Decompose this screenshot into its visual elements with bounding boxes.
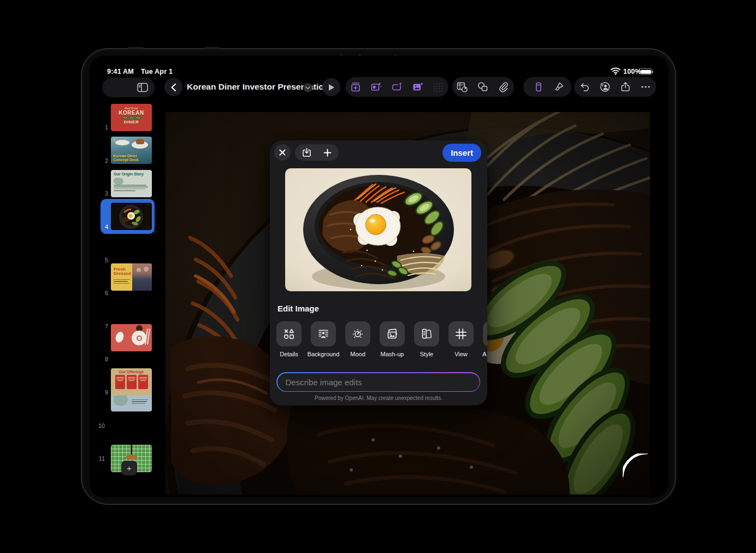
volume-button bbox=[204, 47, 220, 49]
prompt-input-border bbox=[276, 372, 480, 392]
add-text-box-button[interactable] bbox=[371, 81, 382, 92]
attachment-button[interactable] bbox=[498, 81, 509, 92]
tool-label-view: View bbox=[444, 351, 479, 357]
share-button[interactable] bbox=[620, 81, 631, 92]
play-icon bbox=[328, 84, 335, 91]
tool-mood-button[interactable] bbox=[345, 321, 370, 346]
slide-number: 5 bbox=[94, 257, 108, 263]
status-time: 9:41 AM bbox=[107, 68, 134, 75]
slide-number: 1 bbox=[94, 124, 108, 131]
tool-partial-button[interactable] bbox=[483, 321, 487, 346]
thumb-text: Our Origin Story bbox=[114, 172, 149, 176]
details-icon bbox=[282, 327, 296, 340]
thumb-text: Concept Deck bbox=[113, 158, 139, 162]
shapes-button[interactable] bbox=[477, 81, 488, 92]
slide-number: 7 bbox=[94, 323, 108, 330]
thumb-bibimbap bbox=[111, 203, 152, 230]
sidebar-toggle-icon[interactable] bbox=[137, 81, 149, 93]
thumb-text: KOREAN bbox=[111, 110, 152, 116]
play-button[interactable] bbox=[322, 78, 340, 96]
add-slide-button[interactable] bbox=[350, 81, 361, 92]
tool-mashup-button[interactable] bbox=[380, 321, 405, 346]
tool-view-button[interactable] bbox=[448, 321, 474, 346]
back-chevron-icon bbox=[170, 83, 178, 92]
tool-label-mashup: Mash-up bbox=[375, 351, 410, 357]
add-slide-list-button[interactable]: + bbox=[121, 461, 137, 475]
thumb-text: Korean Diner bbox=[113, 154, 137, 158]
slide-number: 9 bbox=[94, 389, 108, 396]
status-battery-pct: 100% bbox=[623, 68, 641, 75]
generated-image-preview[interactable] bbox=[285, 168, 471, 291]
chevron-down-icon bbox=[305, 86, 310, 90]
status-date: Tue Apr 1 bbox=[141, 68, 173, 75]
more-button[interactable] bbox=[640, 81, 651, 92]
thumb-text: Our Offerings bbox=[111, 370, 152, 374]
bibimbap-image bbox=[285, 168, 471, 291]
slide-thumbnail-4[interactable] bbox=[111, 203, 152, 230]
prompt-input[interactable] bbox=[277, 373, 480, 391]
back-button[interactable] bbox=[164, 78, 182, 96]
thumb-text: Dressed bbox=[114, 271, 131, 276]
view-icon bbox=[454, 327, 468, 340]
crayon-tool-button[interactable] bbox=[533, 81, 544, 92]
slide-thumbnail-9[interactable]: Our Offerings bbox=[111, 368, 152, 396]
slide-thumbnail-5[interactable]: Fresh Dressed bbox=[111, 263, 152, 291]
slide-number: 2 bbox=[94, 157, 108, 164]
slide-thumbnail-6[interactable] bbox=[111, 324, 152, 351]
slide-number: 8 bbox=[94, 356, 108, 362]
tool-label-style: Style bbox=[409, 351, 444, 357]
undo-button[interactable] bbox=[579, 81, 590, 92]
tool-style-button[interactable] bbox=[414, 321, 439, 346]
animate-grid-button[interactable] bbox=[433, 81, 444, 92]
modal-action-group bbox=[295, 144, 339, 161]
insert-button[interactable]: Insert bbox=[442, 144, 481, 162]
slide-number: 11 bbox=[91, 455, 105, 462]
add-shape-button[interactable] bbox=[392, 81, 403, 92]
edit-image-modal: Insert bbox=[270, 140, 487, 405]
slide-number: 10 bbox=[91, 422, 105, 429]
tool-label-background: Background bbox=[306, 351, 341, 357]
slide-number: 3 bbox=[94, 190, 108, 197]
volume-button bbox=[128, 47, 143, 49]
ipad-screen: 9:41 AM Tue Apr 1 100% Korean Diner Inve… bbox=[90, 56, 669, 497]
mashup-icon bbox=[386, 327, 399, 340]
close-button[interactable] bbox=[274, 144, 291, 161]
chart-table-button[interactable] bbox=[457, 81, 468, 92]
slide-thumbnail-2[interactable]: 1. Korean Diner Concept Deck bbox=[111, 137, 152, 164]
slide-thumbnail-3[interactable]: Our Origin Story bbox=[111, 170, 152, 197]
mood-icon bbox=[351, 327, 364, 340]
paintbrush-button[interactable] bbox=[553, 81, 564, 92]
tool-background-button[interactable] bbox=[311, 321, 336, 346]
insert-label: Insert bbox=[451, 148, 473, 157]
thumb-text: 1. bbox=[113, 138, 116, 142]
collaborate-button[interactable] bbox=[599, 81, 610, 92]
background-icon bbox=[317, 327, 330, 340]
section-title: Edit Image bbox=[277, 304, 319, 313]
tool-label-partial: A bbox=[478, 351, 487, 357]
ai-disclaimer: Powered by OpenAI. May create unexpected… bbox=[270, 395, 487, 401]
pencil-stroke-arc bbox=[623, 454, 657, 487]
tool-details-button[interactable] bbox=[276, 321, 302, 346]
wifi-icon bbox=[611, 67, 621, 75]
plus-icon: + bbox=[127, 463, 132, 473]
tool-label-mood: Mood bbox=[340, 351, 375, 357]
close-icon bbox=[279, 149, 286, 156]
battery-icon bbox=[639, 68, 652, 75]
save-image-button[interactable] bbox=[302, 148, 311, 157]
tool-label-details: Details bbox=[271, 351, 306, 357]
new-image-button[interactable] bbox=[323, 149, 332, 157]
style-icon bbox=[420, 327, 433, 340]
add-image-button[interactable] bbox=[412, 81, 423, 92]
thumb-text: DINER bbox=[111, 120, 152, 125]
slide-number: 4 bbox=[94, 223, 108, 230]
slide-thumbnail-1[interactable]: Real Street KOREAN DINER bbox=[111, 104, 152, 131]
title-menu-button[interactable] bbox=[303, 83, 312, 92]
slide-number: 6 bbox=[94, 290, 108, 296]
